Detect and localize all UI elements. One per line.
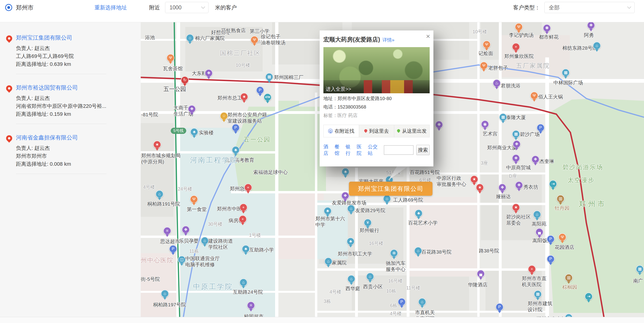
museum-map-pin[interactable]: ▥ (565, 274, 573, 282)
radius-select[interactable]: 1000 (165, 2, 208, 13)
tree-map-pin[interactable]: ♣ (324, 207, 332, 215)
cross-map-pin[interactable]: + (244, 184, 252, 192)
bath-map-pin[interactable]: ♨ (493, 79, 501, 87)
cross-map-pin[interactable]: + (240, 203, 248, 211)
atm-map-pin[interactable]: ATM (264, 93, 272, 101)
tab-route-to-here[interactable]: 到这里去 (359, 125, 394, 137)
house-map-pin[interactable]: ⌂ (366, 273, 374, 281)
food-map-pin[interactable]: Ψ (190, 195, 198, 203)
star-map-pin[interactable]: ★ (512, 203, 520, 211)
quick-link-hotel[interactable]: 酒店 (324, 143, 332, 157)
market-map-pin[interactable]: ≡ (163, 227, 171, 235)
star-map-pin[interactable]: ★ (240, 93, 248, 101)
building-map-pin[interactable]: ▦ (636, 265, 644, 273)
tab-search-nearby[interactable]: Q 在附近找 (324, 125, 359, 137)
house-map-pin[interactable]: ⌂ (240, 279, 248, 287)
quick-link-restaurant[interactable]: 餐馆 (334, 143, 342, 157)
bag-map-pin[interactable]: ❖ (188, 105, 196, 113)
house-map-pin[interactable]: ⌂ (201, 237, 209, 245)
customer-name-link[interactable]: 郑州市裕达国贸有限公司 (16, 84, 134, 91)
bag-map-pin[interactable]: ❖ (512, 154, 520, 162)
market-map-pin[interactable]: ≡ (247, 302, 255, 310)
panorama-link[interactable]: 进入全景>> (326, 86, 351, 92)
customer-name-link[interactable]: 河南省金鑫担保有限公司 (16, 134, 134, 141)
building-map-pin[interactable]: ▦ (534, 290, 542, 298)
house-map-pin[interactable]: ⌂ (324, 257, 332, 265)
star-map-pin[interactable]: ★ (470, 175, 478, 183)
cross-map-pin[interactable]: + (239, 215, 247, 223)
parking-map-pin[interactable]: P (232, 124, 240, 132)
house-map-pin[interactable]: ⌂ (533, 211, 541, 219)
house-map-pin[interactable]: ⌂ (383, 195, 391, 203)
exit-map-pin[interactable]: ⇥ (585, 293, 593, 301)
bag-map-pin[interactable]: ❖ (341, 192, 349, 200)
food-map-pin[interactable]: Ψ (250, 36, 258, 44)
quick-link-busstop[interactable]: 公交站 (368, 143, 380, 157)
tab-route-from-here[interactable]: 从这里出发 (394, 125, 430, 137)
building-map-pin[interactable]: ▦ (499, 113, 507, 121)
food-map-pin[interactable]: Ψ (166, 54, 174, 62)
bag-map-pin[interactable]: ❖ (515, 181, 523, 189)
bag-map-pin[interactable]: ❖ (435, 121, 443, 129)
bag-map-pin[interactable]: ❖ (513, 140, 521, 148)
selected-customer-callout[interactable]: 郑州宝江集团有限公司 (349, 182, 432, 196)
bag-map-pin[interactable]: ❖ (498, 184, 506, 192)
house-map-pin[interactable]: ⌂ (347, 275, 355, 283)
flower-map-pin[interactable]: ✽ (543, 24, 551, 32)
search-button[interactable]: 搜索 (416, 145, 430, 155)
parking-map-pin[interactable]: P (256, 86, 264, 94)
car-map-pin[interactable]: ⊕ (390, 249, 398, 257)
bag-map-pin[interactable]: ❖ (182, 226, 190, 234)
street-photo[interactable]: 进入全景>> (324, 47, 430, 93)
badge-map-pin[interactable]: ☆ (220, 112, 228, 120)
nearby-search-input[interactable] (384, 145, 414, 155)
map[interactable]: 5号线 好想你枣浴池⌂棉六厂家属院巧红熟食店第三小学Ψ徐记包子油卷胡辣汤国棉三厂… (141, 22, 644, 317)
bank-map-pin[interactable]: ¥ (364, 219, 372, 227)
house-map-pin[interactable]: ⌂ (418, 298, 426, 306)
reselect-address-link[interactable]: 重新选择地址 (94, 4, 127, 11)
star-map-pin[interactable]: ★ (153, 141, 161, 149)
parking-map-pin[interactable]: P (169, 245, 177, 253)
quick-link-hospital[interactable]: 医院 (357, 143, 365, 157)
tree-map-pin[interactable]: ♣ (242, 245, 250, 253)
tree-map-pin[interactable]: ♣ (415, 209, 422, 217)
bag-map-pin[interactable]: ❖ (532, 155, 540, 163)
customer-type-select[interactable]: 全部 (544, 2, 634, 13)
building-map-pin[interactable]: ▦ (512, 130, 520, 138)
hotel-map-pin[interactable]: ▄ (536, 228, 544, 236)
cross-map-pin[interactable]: + (528, 265, 536, 273)
food-map-pin[interactable]: Ψ (530, 92, 538, 100)
parking-map-pin[interactable]: P (496, 303, 504, 311)
customer-name-link[interactable]: 郑州宝江集团有限公司 (16, 34, 134, 41)
food-map-pin[interactable]: Ψ (558, 233, 566, 241)
building-map-pin[interactable]: ▦ (562, 69, 570, 77)
metro-map-pin[interactable]: ↻ (181, 76, 189, 84)
parking-map-pin[interactable]: P (547, 255, 555, 263)
tree-map-pin[interactable]: ♣ (342, 168, 350, 176)
cross-map-pin[interactable]: + (512, 43, 520, 51)
bag-map-pin[interactable]: ❖ (205, 69, 213, 77)
food-map-pin[interactable]: Ψ (483, 40, 490, 48)
star-map-pin[interactable]: ★ (476, 184, 484, 192)
hotel-map-pin[interactable]: ▄ (477, 270, 485, 278)
close-icon[interactable]: × (426, 33, 430, 40)
house-map-pin[interactable]: ⌂ (414, 247, 422, 255)
parking-map-pin[interactable]: P (536, 124, 544, 132)
food-map-pin[interactable]: Ψ (480, 62, 488, 70)
house-map-pin[interactable]: ⌂ (593, 42, 601, 50)
tree-map-pin[interactable]: ♣ (232, 146, 240, 154)
house-map-pin[interactable]: ⌂ (161, 290, 169, 298)
food-map-pin[interactable]: Ψ (515, 23, 523, 31)
house-map-pin[interactable]: ⌂ (186, 34, 194, 42)
tree-map-pin[interactable]: ♣ (346, 238, 354, 245)
quick-link-bank[interactable]: 银行 (346, 143, 354, 157)
parking-map-pin[interactable]: P (547, 235, 555, 243)
telecom-map-pin[interactable]: ◫ (178, 256, 186, 264)
house-map-pin[interactable]: ⌂ (156, 190, 164, 198)
building-map-pin[interactable]: ▦ (265, 73, 273, 81)
exit-map-pin[interactable]: ⇥ (549, 180, 557, 188)
details-link[interactable]: 详情» (382, 37, 394, 43)
tree-map-pin[interactable]: ♣ (190, 128, 198, 136)
parking-map-pin[interactable]: P (398, 298, 406, 306)
museum-map-pin[interactable]: ▥ (556, 195, 564, 203)
